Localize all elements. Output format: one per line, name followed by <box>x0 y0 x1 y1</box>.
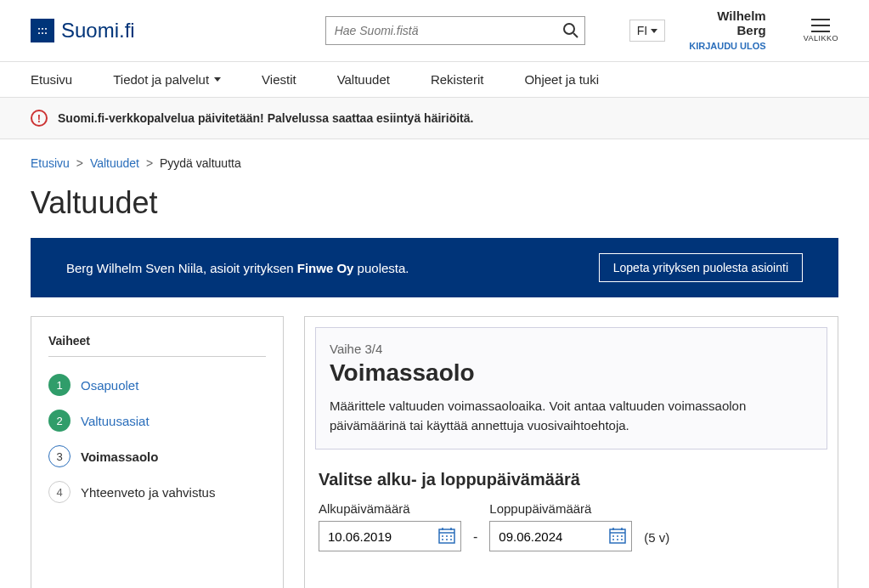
acting-on-behalf-banner: Berg Wilhelm Sven Niila, asioit yritykse… <box>31 238 838 297</box>
nav-etusivu[interactable]: Etusivu <box>31 62 72 97</box>
logo-icon: ::: <box>31 19 54 42</box>
svg-point-9 <box>442 539 443 540</box>
user-area: Wilhelm Berg KIRJAUDU ULOS <box>686 8 765 53</box>
svg-line-1 <box>573 33 578 37</box>
step-number: 1 <box>48 374 71 396</box>
chevron-down-icon <box>214 77 221 82</box>
step-number: 2 <box>48 410 71 432</box>
breadcrumb-link[interactable]: Etusivu <box>31 156 70 170</box>
steps-title: Vaiheet <box>48 334 266 357</box>
page-title: Valtuudet <box>31 185 838 221</box>
breadcrumb-current: Pyydä valtuutta <box>160 156 241 170</box>
chevron-down-icon <box>651 29 657 33</box>
step-label: Osapuolet <box>81 378 138 393</box>
search-box <box>325 16 585 45</box>
nav-rekisterit[interactable]: Rekisterit <box>431 62 484 97</box>
end-date-label: Loppupäivämäärä <box>489 501 632 516</box>
header: ::: Suomi.fi FI Wilhelm Berg KIRJAUDU UL… <box>0 0 869 61</box>
svg-point-18 <box>621 535 623 537</box>
hamburger-icon <box>811 19 830 32</box>
calendar-icon[interactable] <box>437 526 456 545</box>
date-row: Alkupäivämäärä - Loppupäivämäärä (5 v) <box>319 501 824 551</box>
breadcrumb: Etusivu > Valtuudet > Pyydä valtuutta <box>31 156 838 170</box>
nav-viestit[interactable]: Viestit <box>262 62 296 97</box>
menu-label: VALIKKO <box>804 34 838 42</box>
section-title: Valitse alku- ja loppupäivämäärä <box>319 470 824 489</box>
content: Etusivu > Valtuudet > Pyydä valtuutta Va… <box>0 139 869 588</box>
step-osapuolet[interactable]: 1 Osapuolet <box>48 367 266 403</box>
svg-point-16 <box>612 535 614 537</box>
step-label: Yhteenveto ja vahvistus <box>81 485 215 500</box>
step-number: 4 <box>48 481 71 503</box>
step-number: 3 <box>48 445 71 467</box>
form-description: Määrittele valtuuden voimassaoloaika. Vo… <box>330 397 813 435</box>
svg-point-10 <box>446 539 448 540</box>
svg-point-20 <box>617 539 618 540</box>
alert-icon: ! <box>31 110 48 127</box>
stop-acting-button[interactable]: Lopeta yrityksen puolesta asiointi <box>599 253 803 282</box>
step-label: Voimassaolo <box>81 449 158 464</box>
form-title: Voimassaolo <box>330 359 813 387</box>
svg-point-8 <box>450 535 452 537</box>
search-button[interactable] <box>557 17 584 44</box>
end-date-field: Loppupäivämäärä <box>489 501 632 551</box>
nav-tiedot[interactable]: Tiedot ja palvelut <box>113 62 221 97</box>
calendar-icon[interactable] <box>608 526 627 545</box>
breadcrumb-link[interactable]: Valtuudet <box>90 156 139 170</box>
form-panel: Vaihe 3/4 Voimassaolo Määrittele valtuud… <box>304 316 838 588</box>
logo-text: Suomi.fi <box>61 19 135 42</box>
search-input[interactable] <box>325 16 585 45</box>
step-voimassaolo[interactable]: 3 Voimassaolo <box>48 438 266 474</box>
user-name: Wilhelm Berg <box>686 8 765 37</box>
language-selector[interactable]: FI <box>629 20 665 42</box>
date-separator: - <box>473 529 477 551</box>
steps-panel: Vaiheet 1 Osapuolet 2 Valtuusasiat 3 Voi… <box>31 316 284 588</box>
lang-label: FI <box>637 24 647 37</box>
main-nav: Etusivu Tiedot ja palvelut Viestit Valtu… <box>0 61 869 98</box>
step-valtuusasiat[interactable]: 2 Valtuusasiat <box>48 403 266 438</box>
start-date-label: Alkupäivämäärä <box>319 501 461 516</box>
alert-bar: ! Suomi.fi-verkkopalvelua päivitetään! P… <box>0 98 869 139</box>
svg-point-11 <box>450 539 452 540</box>
alert-text: Suomi.fi-verkkopalvelua päivitetään! Pal… <box>58 111 473 125</box>
step-yhteenveto[interactable]: 4 Yhteenveto ja vahvistus <box>48 474 266 510</box>
svg-point-6 <box>442 535 443 537</box>
nav-ohjeet[interactable]: Ohjeet ja tuki <box>524 62 599 97</box>
svg-point-7 <box>446 535 448 537</box>
form-header: Vaihe 3/4 Voimassaolo Määrittele valtuud… <box>315 327 827 449</box>
menu-toggle[interactable]: VALIKKO <box>804 19 838 42</box>
site-logo[interactable]: ::: Suomi.fi <box>31 19 135 42</box>
logout-link[interactable]: KIRJAUDU ULOS <box>689 41 765 51</box>
svg-point-21 <box>621 539 623 540</box>
nav-valtuudet[interactable]: Valtuudet <box>337 62 390 97</box>
duration-display: (5 v) <box>644 530 669 551</box>
start-date-field: Alkupäivämäärä <box>319 501 461 551</box>
svg-point-17 <box>617 535 618 537</box>
step-indicator: Vaihe 3/4 <box>330 342 813 356</box>
main-area: Vaiheet 1 Osapuolet 2 Valtuusasiat 3 Voi… <box>31 316 838 588</box>
step-label: Valtuusasiat <box>81 414 150 428</box>
search-icon <box>562 22 579 39</box>
svg-point-0 <box>564 24 574 34</box>
svg-point-19 <box>612 539 614 540</box>
banner-text: Berg Wilhelm Sven Niila, asioit yritykse… <box>66 261 409 275</box>
